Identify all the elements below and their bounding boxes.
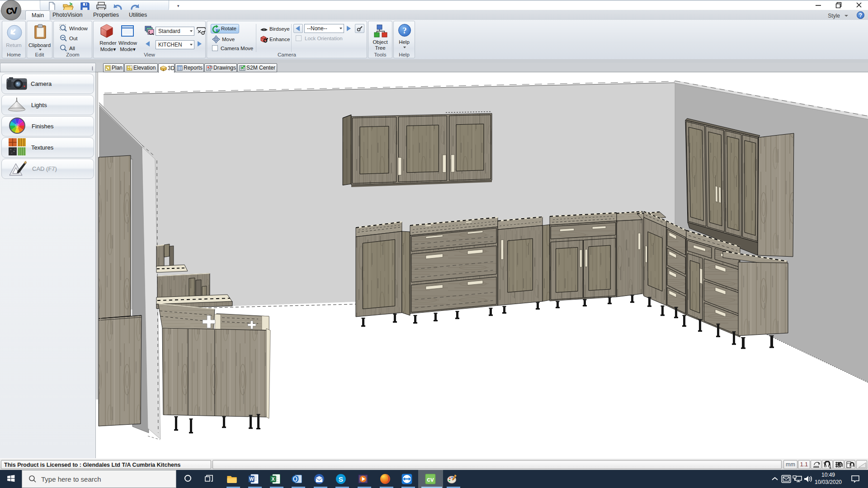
svg-text:S: S bbox=[339, 475, 343, 483]
svg-text:W: W bbox=[249, 476, 254, 482]
svg-text:cv: cv bbox=[427, 476, 434, 483]
svg-text:X: X bbox=[272, 476, 275, 482]
